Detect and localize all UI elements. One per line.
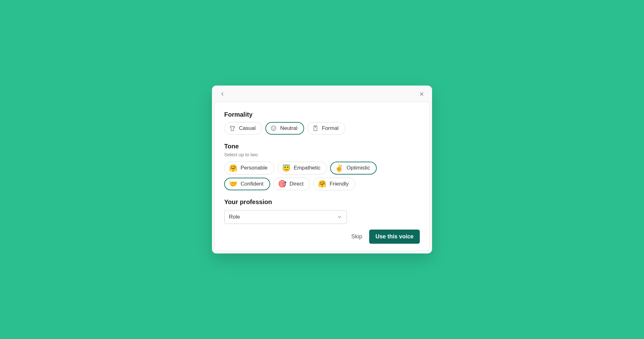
tone-chip-empathetic[interactable]: 😇 Empathetic	[277, 162, 327, 174]
tone-options: 🤗 Personable 😇 Empathetic ✌️ Optimistic …	[224, 162, 420, 190]
select-placeholder: Role	[229, 214, 240, 220]
svg-point-2	[271, 126, 276, 131]
chip-label: Personable	[241, 164, 268, 171]
formality-chip-formal[interactable]: Formal	[307, 122, 345, 135]
hugging-face-icon: 🤗	[229, 165, 237, 172]
profession-section: Your profession Role	[224, 198, 420, 224]
svg-point-3	[273, 128, 273, 128]
formality-title: Formality	[224, 111, 420, 118]
chevron-left-icon	[219, 91, 225, 97]
tone-chip-friendly[interactable]: 🤗 Friendly	[313, 178, 355, 190]
tone-title: Tone	[224, 143, 420, 150]
chevron-down-icon	[337, 214, 342, 220]
modal-header	[212, 86, 432, 102]
shirt-collar-icon	[312, 125, 319, 132]
tone-section: Tone Select up to two 🤗 Personable 😇 Emp…	[224, 143, 420, 190]
close-icon	[419, 91, 425, 97]
chip-label: Empathetic	[294, 164, 320, 171]
chip-label: Confident	[241, 181, 264, 187]
halo-face-icon: 😇	[282, 165, 291, 172]
profession-title: Your profession	[224, 198, 420, 206]
formality-section: Formality Casual Neutral	[224, 111, 420, 135]
formality-chip-neutral[interactable]: Neutral	[265, 122, 304, 135]
voice-setup-modal: Formality Casual Neutral	[212, 86, 432, 253]
formality-options: Casual Neutral Formal	[224, 122, 420, 135]
back-button[interactable]	[218, 90, 226, 98]
target-icon: 🎯	[278, 181, 286, 187]
chip-label: Formal	[322, 125, 339, 132]
victory-hand-icon: ✌️	[335, 165, 343, 172]
tone-chip-direct[interactable]: 🎯 Direct	[273, 178, 310, 190]
chip-label: Neutral	[280, 125, 297, 132]
close-button[interactable]	[418, 90, 426, 98]
profession-select[interactable]: Role	[224, 210, 347, 224]
chip-label: Optimistic	[347, 164, 370, 171]
handshake-icon: 🤝	[229, 181, 237, 187]
tone-chip-confident[interactable]: 🤝 Confident	[224, 178, 270, 190]
modal-footer: Skip Use this voice	[224, 230, 420, 244]
modal-body: Formality Casual Neutral	[214, 102, 430, 251]
chip-label: Casual	[239, 125, 256, 132]
chip-label: Direct	[290, 181, 303, 187]
tone-chip-optimistic[interactable]: ✌️ Optimistic	[330, 162, 377, 174]
tshirt-icon	[229, 125, 236, 132]
skip-button[interactable]: Skip	[351, 233, 362, 240]
tone-chip-personable[interactable]: 🤗 Personable	[224, 162, 274, 174]
use-voice-button[interactable]: Use this voice	[369, 230, 420, 244]
formality-chip-casual[interactable]: Casual	[224, 122, 262, 135]
neutral-face-icon	[270, 125, 277, 132]
smiling-hug-icon: 🤗	[318, 181, 326, 187]
tone-subtitle: Select up to two	[224, 152, 420, 157]
svg-point-4	[274, 128, 275, 128]
chip-label: Friendly	[330, 181, 348, 187]
